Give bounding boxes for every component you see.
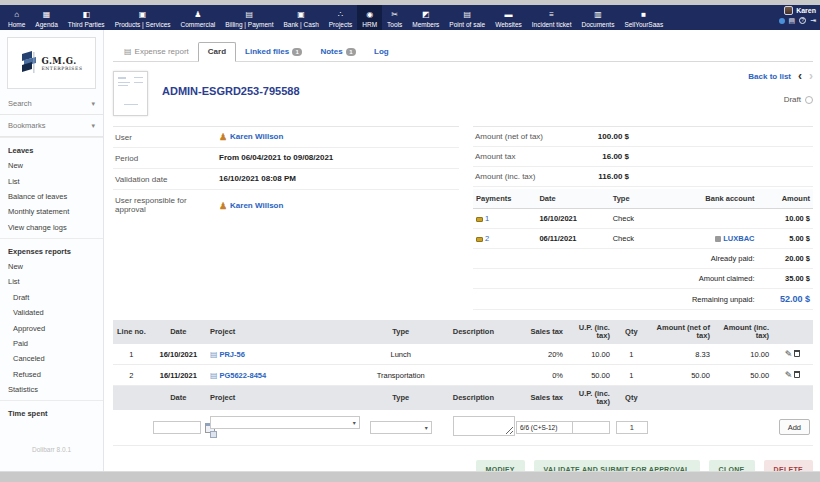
payment-icon — [476, 217, 483, 222]
payment-ref-link[interactable]: 2 — [485, 234, 489, 243]
payment-amount: 10.00 $ — [758, 209, 814, 229]
sidebar-item-expenses-new[interactable]: New — [0, 259, 103, 274]
sidebar-item-expenses-paid[interactable]: Paid — [0, 336, 103, 351]
help-icon[interactable]: ? — [799, 17, 806, 24]
tab-linked-files[interactable]: Linked files 1 — [236, 43, 311, 61]
print-icon[interactable]: ▤ — [789, 17, 796, 24]
nav-members[interactable]: ◩Members — [407, 5, 444, 30]
sidebar-item-expenses-validated[interactable]: Validated — [0, 305, 103, 320]
nav-third-parties[interactable]: ◧Third Parties — [63, 5, 110, 30]
edit-line-icon[interactable]: ✎ — [785, 349, 793, 359]
tab-expense-report[interactable]: ▤ Expense report — [115, 43, 198, 61]
sidebar-item-expenses-approved[interactable]: Approved — [0, 320, 103, 335]
status-badge: Draft — [784, 95, 801, 104]
nav-billing-payment[interactable]: ▤Billing | Payment — [220, 5, 278, 30]
tab-label: Log — [374, 47, 389, 56]
sidebar-item-leaves-list[interactable]: List — [0, 173, 103, 188]
tab-label: Notes — [320, 47, 342, 56]
line-unit-price: 50.00 — [566, 365, 613, 386]
nav-tools[interactable]: ✂Tools — [382, 5, 407, 30]
field-row-approver: User responsible for approval ♟ Karen Wi… — [113, 190, 459, 219]
delete-line-icon[interactable] — [794, 350, 800, 357]
tab-card[interactable]: Card — [198, 42, 236, 62]
sidebar-item-expenses-canceled[interactable]: Canceled — [0, 351, 103, 366]
nav-commercial[interactable]: ♟Commercial — [176, 5, 221, 30]
new-line-qty-input[interactable] — [616, 421, 648, 434]
new-line-project-select[interactable]: ▾ — [210, 416, 360, 429]
nav-point-of-sale[interactable]: ▤Point of sale — [444, 5, 490, 30]
notes-count-badge: 1 — [346, 48, 356, 56]
user-icon: ♟ — [219, 133, 227, 141]
project-link[interactable]: PRJ-56 — [219, 350, 244, 359]
payments-header: Type — [610, 189, 667, 209]
tab-log[interactable]: Log — [365, 43, 398, 61]
user-account[interactable]: Karen — [784, 6, 816, 15]
sidebar-item-expenses-statistics[interactable]: Statistics — [0, 382, 103, 397]
next-record-icon[interactable]: › — [809, 71, 813, 81]
sidebar-item-expenses-refused[interactable]: Refused — [0, 367, 103, 382]
bug-report-icon[interactable] — [779, 18, 785, 24]
create-project-icon[interactable] — [210, 431, 217, 438]
nav-home[interactable]: ⌂Home — [3, 5, 30, 30]
add-line-button[interactable]: Add — [779, 419, 810, 435]
nav-sellyoursaas[interactable]: ■SellYourSaas — [619, 5, 668, 30]
sidebar-section-time-spent: Time spent — [0, 400, 103, 424]
edit-line-icon[interactable]: ✎ — [785, 370, 793, 380]
new-line-type-select[interactable]: ▾ — [370, 421, 432, 434]
field-row-period: Period From 06/04/2021 to 09/08/2021 — [113, 148, 459, 169]
search-dropdown[interactable]: Search ▾ — [0, 93, 103, 115]
sales-tax-selected-value: 6/6 (C+S-12) — [520, 424, 557, 431]
user-link[interactable]: Karen Willson — [230, 132, 283, 141]
sidebar-item-expenses-draft[interactable]: Draft — [0, 290, 103, 305]
nav-incident-ticket[interactable]: ≡Incident ticket — [527, 5, 577, 30]
search-label: Search — [8, 99, 32, 108]
bank-account-link[interactable]: LUXBAC — [723, 234, 754, 243]
new-line-description-input[interactable] — [453, 416, 515, 436]
logout-icon[interactable]: ⇥ — [810, 17, 816, 24]
sidebar-item-balance-of-leaves[interactable]: Balance of leaves — [0, 189, 103, 204]
payment-type: Check — [610, 209, 667, 229]
point-of-sale-icon: ▤ — [463, 11, 471, 19]
websites-icon: ▬ — [504, 11, 512, 19]
tab-notes[interactable]: Notes 1 — [311, 43, 365, 61]
new-line-date-input[interactable] — [153, 421, 201, 434]
amount-inc-value: 116.00 $ — [581, 172, 629, 181]
previous-record-icon[interactable]: ‹ — [798, 71, 802, 81]
sidebar-item-expenses-list[interactable]: List — [0, 274, 103, 289]
line-type: Transportation — [352, 365, 450, 386]
payments-header: Payments — [473, 189, 536, 209]
horizontal-scrollbar[interactable] — [0, 471, 820, 482]
col-header: Description — [450, 386, 513, 411]
approver-link[interactable]: Karen Willson — [230, 201, 283, 210]
chevron-down-icon: ▾ — [91, 122, 95, 130]
nav-projects[interactable]: ∴Projects — [324, 5, 357, 30]
nav-label: Home — [8, 21, 25, 28]
line-amount-net: 50.00 — [650, 365, 713, 386]
back-to-list-link[interactable]: Back to list — [748, 72, 791, 81]
line-qty: 1 — [613, 344, 650, 365]
bookmarks-dropdown[interactable]: Bookmarks ▾ — [0, 115, 103, 137]
title-band: ADMIN-ESGRD253-795588 Back to list ‹ › D… — [113, 71, 813, 116]
payment-ref-link[interactable]: 1 — [485, 214, 489, 223]
nav-websites[interactable]: ▬Websites — [490, 5, 527, 30]
sidebar-item-view-change-logs[interactable]: View change logs — [0, 220, 103, 235]
delete-line-icon[interactable] — [794, 371, 800, 378]
nav-products-services[interactable]: ▣Products | Services — [110, 5, 176, 30]
nav-agenda[interactable]: ▦Agenda — [30, 5, 62, 30]
line-unit-price: 10.00 — [566, 344, 613, 365]
nav-documents[interactable]: ▥Documents — [577, 5, 620, 30]
expense-line-row: 1 16/10/2021 ▤PRJ-56 Lunch 20% 10.00 1 8… — [113, 344, 813, 365]
new-line-unit-price-input[interactable] — [572, 421, 610, 434]
sidebar-item-leaves-new[interactable]: New — [0, 158, 103, 173]
nav-label: Websites — [495, 21, 522, 28]
project-link[interactable]: PG5622-8454 — [219, 371, 266, 380]
nav-hrm[interactable]: ◉HRM — [357, 5, 382, 30]
sidebar-item-monthly-statement[interactable]: Monthly statement — [0, 204, 103, 219]
new-line-sales-tax-select[interactable]: 6/6 (C+S-12) ▾ — [516, 421, 580, 434]
nav-label: Documents — [582, 21, 615, 28]
nav-bank-cash[interactable]: ▣Bank | Cash — [278, 5, 323, 30]
home-icon: ⌂ — [14, 11, 19, 19]
nav-label: Point of sale — [449, 21, 485, 28]
line-date: 16/11/2021 — [150, 365, 207, 386]
document-thumbnail[interactable] — [113, 71, 148, 116]
